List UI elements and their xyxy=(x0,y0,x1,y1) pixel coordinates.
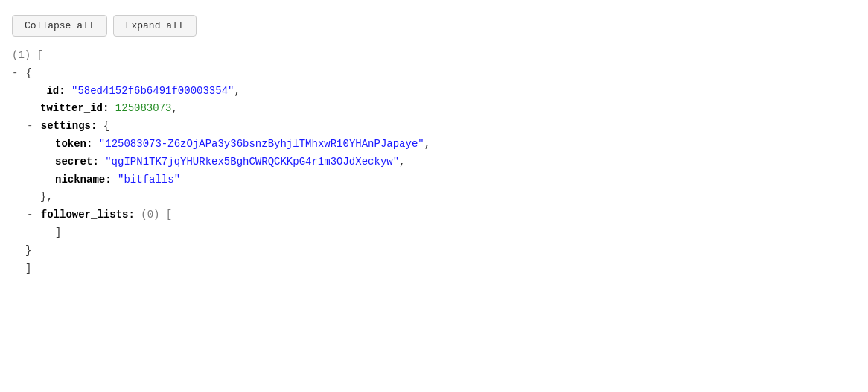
root-count-line: (1) [ xyxy=(12,47,856,65)
expand-all-button[interactable]: Expand all xyxy=(113,15,197,37)
collapse-indicator[interactable]: - xyxy=(27,206,39,224)
json-line: - settings: { xyxy=(12,118,856,136)
json-token xyxy=(66,83,71,101)
json-token: nickname: xyxy=(55,171,112,189)
json-token: ] xyxy=(55,224,61,242)
json-token: settings: xyxy=(41,118,98,136)
json-line: _id: "58ed4152f6b6491f00003354", xyxy=(12,83,856,101)
json-token: "58ed4152f6b6491f00003354" xyxy=(71,83,234,101)
json-token xyxy=(112,171,118,189)
json-token: , xyxy=(171,100,177,118)
json-token: } xyxy=(25,242,31,260)
collapse-all-button[interactable]: Collapse all xyxy=(12,15,107,37)
root-count: (1) [ xyxy=(12,47,43,65)
json-token xyxy=(109,100,115,118)
json-token: twitter_id: xyxy=(40,100,109,118)
json-token: }, xyxy=(40,189,53,206)
json-line: token: "125083073-Z6zOjAPa3y36bsnzByhjlT… xyxy=(12,136,856,154)
json-token: ] xyxy=(25,260,31,278)
json-token: follower_lists: xyxy=(41,206,135,224)
json-lines: - {_id: "58ed4152f6b6491f00003354",twitt… xyxy=(12,65,856,278)
collapse-indicator[interactable]: - xyxy=(27,118,39,136)
json-line: } xyxy=(12,242,856,260)
collapse-indicator[interactable]: - xyxy=(12,65,25,83)
json-token: { xyxy=(97,118,109,136)
json-line: nickname: "bitfalls" xyxy=(12,171,856,189)
json-line: secret: "qgIPN1TK7jqYHURkex5BghCWRQCKKpG… xyxy=(12,154,856,171)
json-token xyxy=(99,154,105,171)
json-token xyxy=(92,136,98,154)
toolbar: Collapse all Expand all xyxy=(0,7,868,47)
json-token: { xyxy=(26,65,32,83)
json-token: "bitfalls" xyxy=(118,171,180,189)
json-token: _id: xyxy=(40,83,66,101)
json-token: , xyxy=(399,154,405,171)
json-line: twitter_id: 125083073, xyxy=(12,100,856,118)
json-token: secret: xyxy=(55,154,99,171)
json-token: "qgIPN1TK7jqYHURkex5BghCWRQCKKpG4r1m3OJd… xyxy=(105,154,399,171)
json-token: "125083073-Z6zOjAPa3y36bsnzByhjlTMhxwR10… xyxy=(99,136,424,154)
json-token: , xyxy=(234,83,240,101)
json-token: token: xyxy=(55,136,92,154)
json-line: - follower_lists: (0) [ xyxy=(12,206,856,224)
json-line: ] xyxy=(12,224,856,242)
json-token xyxy=(135,206,141,224)
json-token: 125083073 xyxy=(115,100,172,118)
json-token: , xyxy=(424,136,430,154)
json-line: ] xyxy=(12,260,856,278)
json-content: (1) [ - {_id: "58ed4152f6b6491f00003354"… xyxy=(0,47,868,277)
json-line: - { xyxy=(12,65,856,83)
json-token: (0) [ xyxy=(141,206,172,224)
json-line: }, xyxy=(12,189,856,206)
